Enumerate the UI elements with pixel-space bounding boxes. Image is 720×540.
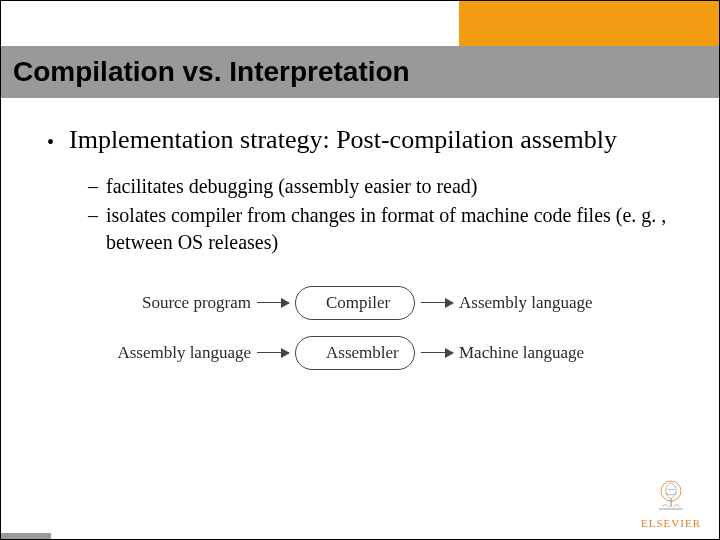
flow-input: Source program [111, 293, 251, 313]
brand-name: ELSEVIER [641, 517, 701, 529]
sub-bullet-list: –facilitates debugging (assembly easier … [106, 173, 669, 256]
arrow-right-icon [421, 352, 453, 354]
sub-bullet-item: –isolates compiler from changes in forma… [106, 202, 669, 256]
footer-accent [1, 533, 51, 539]
flow-input: Assembly language [111, 343, 251, 363]
flow-process: Compiler [295, 286, 415, 320]
content-area: •Implementation strategy: Post-compilati… [1, 99, 719, 370]
publisher-brand: ELSEVIER [641, 477, 701, 529]
slide-title: Compilation vs. Interpretation [13, 56, 410, 88]
arrow-right-icon [257, 352, 289, 354]
arrow-right-icon [421, 302, 453, 304]
elsevier-tree-icon [651, 477, 691, 515]
flow-process: Assembler [295, 336, 415, 370]
bullet-dot-icon: • [47, 130, 69, 155]
slide-header: Compilation vs. Interpretation [1, 1, 719, 99]
sub-bullet-text: isolates compiler from changes in format… [106, 204, 666, 253]
svg-point-0 [661, 481, 681, 501]
flow-row-2: Assembly language Assembler Machine lang… [111, 336, 609, 370]
sub-bullet-text: facilitates debugging (assembly easier t… [106, 175, 478, 197]
dash-icon: – [88, 173, 106, 200]
flow-output: Assembly language [459, 293, 609, 313]
flow-diagram: Source program Compiler Assembly languag… [51, 286, 669, 370]
flow-output: Machine language [459, 343, 609, 363]
main-bullet: •Implementation strategy: Post-compilati… [69, 124, 669, 157]
main-bullet-text: Implementation strategy: Post-compilatio… [69, 125, 617, 154]
dash-icon: – [88, 202, 106, 229]
accent-block [459, 1, 719, 46]
sub-bullet-item: –facilitates debugging (assembly easier … [106, 173, 669, 200]
title-bar: Compilation vs. Interpretation [1, 46, 720, 98]
flow-row-1: Source program Compiler Assembly languag… [111, 286, 609, 320]
arrow-right-icon [257, 302, 289, 304]
